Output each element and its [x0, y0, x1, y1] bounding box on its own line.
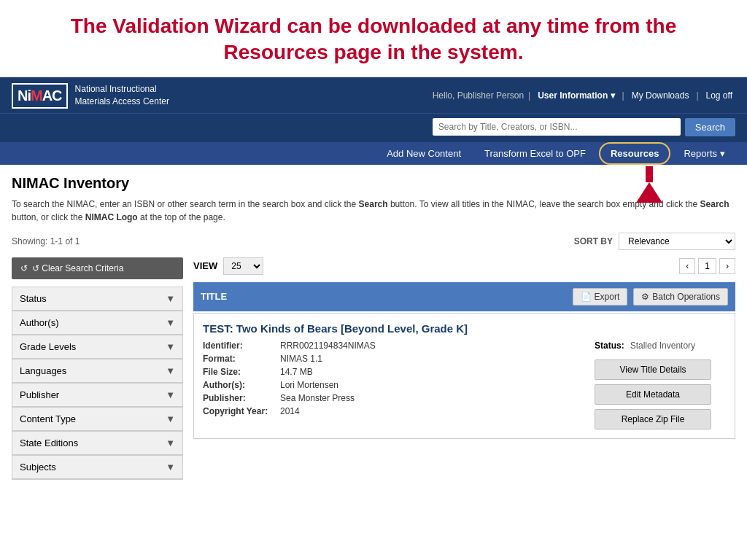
filter-publisher-header[interactable]: Publisher ▼: [12, 384, 182, 407]
format-value: NIMAS 1.1: [280, 354, 322, 364]
filter-subjects-label: Subjects: [20, 462, 56, 472]
sort-select[interactable]: Relevance Title Author Date: [619, 233, 735, 250]
filter-status-header[interactable]: Status ▼: [12, 287, 182, 311]
format-label: Format:: [203, 354, 276, 364]
current-page: 1: [698, 258, 716, 274]
filter-state-editions: State Editions ▼: [12, 431, 183, 456]
item-details: Identifier: RRR0021194834NIMAS Format: N…: [203, 341, 583, 429]
gear-icon: ⚙: [641, 292, 649, 302]
status-value: Stalled Inventory: [630, 341, 695, 351]
search-button[interactable]: Search: [685, 118, 735, 136]
content-area: ↺ ↺ Clear Search Criteria Status ▼ Autho…: [12, 257, 735, 479]
edit-metadata-button[interactable]: Edit Metadata: [595, 384, 711, 405]
chevron-down-icon: ▼: [166, 317, 175, 328]
chevron-down-icon: ▼: [166, 438, 175, 448]
next-page-button[interactable]: ›: [719, 258, 735, 274]
chevron-down-icon: ▼: [166, 293, 175, 304]
filter-status: Status ▼: [12, 287, 183, 311]
filter-status-label: Status: [20, 293, 47, 304]
filter-authors-header[interactable]: Author(s) ▼: [12, 311, 182, 335]
table-actions: 📄 Export ⚙ Batch Operations: [573, 288, 728, 306]
showing-count: Showing: 1-1 of 1: [12, 236, 80, 246]
table-title-column: TITLE: [201, 291, 227, 302]
page-description: To search the NIMAC, enter an ISBN or ot…: [12, 198, 735, 224]
sort-label: SORT BY: [574, 236, 613, 246]
filesize-value: 14.7 MB: [280, 367, 313, 377]
view-label: VIEW: [193, 260, 217, 271]
filter-grade-levels: Grade Levels ▼: [12, 335, 183, 359]
header: NiMAC National Instructional Materials A…: [0, 77, 747, 142]
filter-content-type: Content Type ▼: [12, 407, 183, 432]
results-panel: VIEW 25 10 50 100 ‹ 1 › TITLE: [193, 257, 735, 479]
arrow-shaft: [646, 166, 653, 182]
logo-area: NiMAC National Instructional Materials A…: [12, 83, 169, 109]
log-off-link[interactable]: Log off: [703, 89, 735, 102]
batch-operations-button[interactable]: ⚙ Batch Operations: [633, 288, 728, 306]
authors-label: Author(s):: [203, 380, 276, 390]
transform-excel-link[interactable]: Transform Excel to OPF: [474, 142, 596, 165]
prev-page-button[interactable]: ‹: [679, 258, 695, 274]
user-information-link[interactable]: User Information ▾: [535, 89, 617, 102]
detail-row-authors: Author(s): Lori Mortensen: [203, 380, 583, 390]
chevron-down-icon: ▼: [166, 389, 175, 400]
chevron-down-icon: ▼: [166, 341, 175, 352]
filter-content-type-label: Content Type: [20, 413, 76, 424]
filter-grade-levels-header[interactable]: Grade Levels ▼: [12, 335, 182, 359]
export-icon: 📄: [581, 292, 592, 302]
export-button[interactable]: 📄 Export: [573, 288, 628, 306]
banner-text: The Validation Wizard can be downloaded …: [29, 13, 718, 66]
filter-subjects: Subjects ▼: [12, 455, 183, 480]
detail-row-filesize: File Size: 14.7 MB: [203, 367, 583, 377]
replace-zip-file-button[interactable]: Replace Zip File: [595, 409, 711, 429]
item-body: Identifier: RRR0021194834NIMAS Format: N…: [203, 341, 726, 429]
detail-row-publisher: Publisher: Sea Monster Press: [203, 393, 583, 403]
user-greeting: Hello, Publisher Person: [433, 90, 524, 101]
chevron-down-icon: ▼: [166, 365, 175, 376]
table-header: TITLE 📄 Export ⚙ Batch Operations: [193, 282, 735, 311]
publisher-value: Sea Monster Press: [280, 393, 355, 403]
nav-bar: Add New Content Transform Excel to OPF R…: [0, 142, 747, 165]
page-title: NIMAC Inventory: [12, 175, 735, 192]
results-toolbar: VIEW 25 10 50 100 ‹ 1 ›: [193, 257, 735, 275]
filesize-label: File Size:: [203, 367, 276, 377]
identifier-label: Identifier:: [203, 341, 276, 351]
identifier-value: RRR0021194834NIMAS: [280, 341, 376, 351]
showing-sort-bar: Showing: 1-1 of 1 SORT BY Relevance Titl…: [12, 233, 735, 250]
detail-row-identifier: Identifier: RRR0021194834NIMAS: [203, 341, 583, 351]
clear-icon: ↺: [20, 263, 28, 273]
detail-row-copyright: Copyright Year: 2014: [203, 406, 583, 416]
my-downloads-link[interactable]: My Downloads: [629, 89, 692, 102]
sidebar: ↺ ↺ Clear Search Criteria Status ▼ Autho…: [12, 257, 183, 479]
publisher-label: Publisher:: [203, 393, 276, 403]
filter-authors-label: Author(s): [20, 317, 58, 328]
detail-row-format: Format: NIMAS 1.1: [203, 354, 583, 364]
filter-state-editions-label: State Editions: [20, 438, 78, 448]
header-nav: Hello, Publisher Person | User Informati…: [433, 89, 735, 102]
copyright-label: Copyright Year:: [203, 406, 276, 416]
view-title-details-button[interactable]: View Title Details: [595, 359, 711, 380]
item-title: TEST: Two Kinds of Bears [Beyond Level, …: [203, 322, 726, 335]
add-new-content-link[interactable]: Add New Content: [376, 142, 471, 165]
filter-languages-header[interactable]: Languages ▼: [12, 359, 182, 383]
view-area: VIEW 25 10 50 100: [193, 257, 263, 275]
arrow-annotation: [636, 166, 662, 203]
main-content: NIMAC Inventory To search the NIMAC, ent…: [0, 165, 747, 489]
reports-link[interactable]: Reports ▾: [673, 142, 735, 165]
status-label: Status:: [595, 341, 624, 351]
resources-link[interactable]: Resources: [599, 142, 670, 165]
clear-search-button[interactable]: ↺ ↺ Clear Search Criteria: [12, 257, 183, 279]
filter-state-editions-header[interactable]: State Editions ▼: [12, 432, 182, 455]
status-row: Status: Stalled Inventory: [595, 341, 695, 351]
chevron-down-icon: ▼: [166, 462, 175, 472]
filter-publisher: Publisher ▼: [12, 383, 183, 408]
filter-grade-levels-label: Grade Levels: [20, 341, 76, 352]
sort-area: SORT BY Relevance Title Author Date: [574, 233, 735, 250]
filter-publisher-label: Publisher: [20, 389, 59, 400]
filter-subjects-header[interactable]: Subjects ▼: [12, 456, 182, 479]
copyright-value: 2014: [280, 406, 300, 416]
view-select[interactable]: 25 10 50 100: [223, 257, 263, 275]
search-input[interactable]: [433, 118, 681, 136]
filter-content-type-header[interactable]: Content Type ▼: [12, 408, 182, 431]
authors-value: Lori Mortensen: [280, 380, 338, 390]
logo-box[interactable]: NiMAC: [12, 83, 68, 109]
